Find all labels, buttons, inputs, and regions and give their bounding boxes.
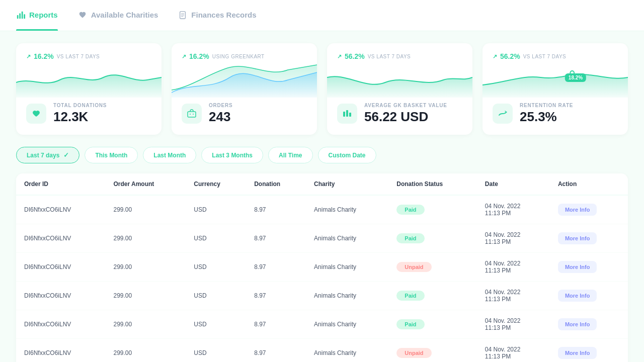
status-badge: Paid — [396, 205, 424, 215]
svg-rect-12 — [346, 110, 348, 117]
more-info-button[interactable]: More Info — [558, 318, 597, 330]
orders-table: Order IDOrder AmountCurrencyDonationChar… — [16, 173, 628, 362]
filter-btn-last7[interactable]: Last 7 days✓ — [16, 147, 79, 163]
order-amount-cell: 299.00 — [105, 282, 186, 310]
filter-btn-thismonth[interactable]: This Month — [85, 147, 138, 163]
svg-rect-0 — [17, 15, 19, 19]
retention-label: RENTENTION RATE — [520, 103, 573, 108]
navigation: Reports Available Charities Finances Rec… — [0, 0, 644, 31]
nav-finances[interactable]: Finances Records — [178, 0, 256, 31]
svg-rect-13 — [349, 113, 351, 117]
col-donation: Donation — [246, 173, 306, 195]
order-amount-cell: 299.00 — [105, 339, 186, 363]
currency-cell: USD — [186, 253, 246, 282]
status-badge: Paid — [396, 319, 424, 329]
retention-icon — [493, 104, 513, 124]
order-id-cell: DI6NfxxCO6iLNV — [16, 195, 105, 224]
date-cell: 04 Nov. 202211:13 PM — [477, 339, 550, 363]
status-cell: Unpaid — [388, 253, 477, 282]
more-info-button[interactable]: More Info — [558, 347, 597, 359]
nav-charities-label: Available Charities — [91, 11, 158, 19]
charity-cell: Animals Charity — [306, 310, 388, 339]
status-cell: Paid — [388, 282, 477, 310]
date-cell: 04 Nov. 202211:13 PM — [477, 253, 550, 282]
status-badge: Paid — [396, 291, 424, 301]
filter-btn-customdate[interactable]: Custom Date — [318, 147, 376, 163]
table-header: Order IDOrder AmountCurrencyDonationChar… — [16, 173, 628, 195]
currency-cell: USD — [186, 310, 246, 339]
nav-charities[interactable]: Available Charities — [78, 0, 158, 31]
more-info-button[interactable]: More Info — [558, 204, 597, 216]
filter-btn-last3months[interactable]: Last 3 Months — [201, 147, 263, 163]
col-date: Date — [477, 173, 550, 195]
order-amount-cell: 299.00 — [105, 224, 186, 253]
more-info-button[interactable]: More Info — [558, 261, 597, 273]
stat-card-retention: ↗ 56.2% VS LAST 7 DAYS 18.2% — [482, 43, 628, 135]
date-cell: 04 Nov. 202211:13 PM — [477, 224, 550, 253]
table-row: DI6NfxxCO6iLNV299.00USD8.97Animals Chari… — [16, 195, 628, 224]
order-id-cell: DI6NfxxCO6iLNV — [16, 282, 105, 310]
action-cell: More Info — [550, 224, 628, 253]
nav-finances-label: Finances Records — [191, 11, 256, 19]
charity-cell: Animals Charity — [306, 224, 388, 253]
status-badge: Paid — [396, 233, 424, 243]
basket-chart — [327, 62, 472, 98]
order-id-cell: DI6NfxxCO6iLNV — [16, 310, 105, 339]
retention-sub: VS LAST 7 DAYS — [523, 54, 567, 59]
retention-value: 25.3% — [520, 109, 573, 125]
action-cell: More Info — [550, 253, 628, 282]
basket-sub: VS LAST 7 DAYS — [368, 54, 411, 59]
charity-cell: Animals Charity — [306, 253, 388, 282]
donation-cell: 8.97 — [246, 224, 306, 253]
donation-cell: 8.97 — [246, 282, 306, 310]
svg-rect-8 — [188, 112, 196, 117]
table-row: DI6NfxxCO6iLNV299.00USD8.97Animals Chari… — [16, 224, 628, 253]
donations-label: TOTAL DONATIONS — [53, 103, 107, 108]
date-cell: 04 Nov. 202211:13 PM — [477, 282, 550, 310]
col-order-id: Order ID — [16, 173, 105, 195]
filter-btn-lastmonth[interactable]: Last Month — [143, 147, 196, 163]
order-amount-cell: 299.00 — [105, 310, 186, 339]
col-charity: Charity — [306, 173, 388, 195]
retention-chart: 18.2% — [482, 62, 628, 98]
retention-percent: 56.2% — [500, 52, 520, 60]
status-cell: Paid — [388, 224, 477, 253]
col-order-amount: Order Amount — [105, 173, 186, 195]
donations-chart — [16, 62, 162, 98]
arrow-up-icon-4: ↗ — [493, 53, 497, 60]
currency-cell: USD — [186, 224, 246, 253]
col-donation-status: Donation Status — [388, 173, 477, 195]
basket-value: 56.22 USD — [364, 109, 447, 125]
action-cell: More Info — [550, 310, 628, 339]
svg-rect-1 — [19, 13, 21, 19]
currency-cell: USD — [186, 339, 246, 363]
donations-percent: 16.2% — [34, 52, 54, 60]
nav-reports[interactable]: Reports — [16, 0, 58, 31]
arrow-up-icon-2: ↗ — [182, 53, 186, 60]
document-icon — [178, 11, 187, 20]
date-cell: 04 Nov. 202211:13 PM — [477, 195, 550, 224]
charity-cell: Animals Charity — [306, 282, 388, 310]
heart-nav-icon — [78, 11, 87, 20]
main-content: ↗ 16.2% VS LAST 7 DAYS — [0, 31, 644, 362]
order-id-cell: DI6NfxxCO6iLNV — [16, 253, 105, 282]
col-currency: Currency — [186, 173, 246, 195]
status-cell: Paid — [388, 195, 477, 224]
check-icon: ✓ — [63, 151, 69, 159]
orders-icon — [182, 104, 202, 124]
more-info-button[interactable]: More Info — [558, 232, 597, 244]
donation-cell: 8.97 — [246, 195, 306, 224]
basket-label: AVERAGE GK BASKET VALUE — [364, 103, 447, 108]
order-amount-cell: 299.00 — [105, 195, 186, 224]
status-badge: Unpaid — [396, 348, 431, 358]
orders-percent: 16.2% — [189, 52, 209, 60]
orders-chart — [172, 62, 317, 98]
status-badge: Unpaid — [396, 262, 431, 272]
filter-btn-alltime[interactable]: All Time — [268, 147, 312, 163]
svg-point-9 — [190, 114, 191, 115]
table-row: DI6NfxxCO6iLNV299.00USD8.97Animals Chari… — [16, 310, 628, 339]
charity-cell: Animals Charity — [306, 195, 388, 224]
more-info-button[interactable]: More Info — [558, 290, 597, 302]
status-cell: Unpaid — [388, 339, 477, 363]
donations-sub: VS LAST 7 DAYS — [57, 54, 100, 59]
